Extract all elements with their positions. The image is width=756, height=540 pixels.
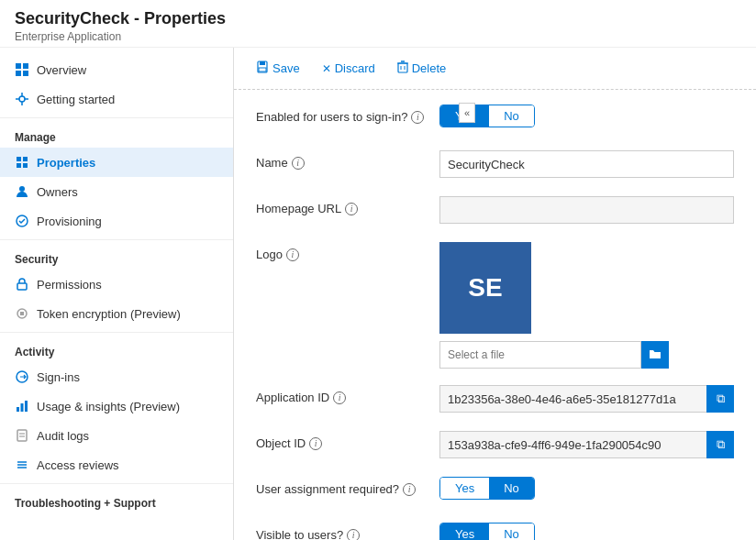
app-id-label: Application ID i [256, 385, 439, 404]
sidebar-collapse-button[interactable]: « [459, 103, 475, 123]
save-button[interactable]: Save [252, 59, 304, 78]
object-id-info-icon[interactable]: i [309, 437, 322, 450]
svg-rect-1 [23, 63, 28, 69]
provisioning-icon [15, 214, 29, 228]
form-area: Enabled for users to sign-in? i Yes No N… [234, 90, 756, 540]
svg-rect-0 [16, 63, 21, 69]
enabled-toggle-group: Yes No [439, 105, 535, 127]
app-id-info-icon[interactable]: i [333, 391, 346, 404]
sidebar-item-overview[interactable]: Overview [0, 55, 233, 84]
sidebar-item-access-label: Access reviews [37, 458, 119, 472]
enabled-no-button[interactable]: No [489, 105, 534, 127]
security-section-label: Security [0, 244, 233, 270]
app-id-copy-button[interactable]: ⧉ [706, 385, 734, 413]
sidebar-item-sign-ins-label: Sign-ins [37, 370, 80, 384]
sidebar-item-permissions[interactable]: Permissions [0, 270, 233, 299]
copy-icon-2: ⧉ [717, 437, 725, 452]
svg-rect-12 [23, 163, 28, 168]
grid-icon [15, 62, 29, 77]
name-control [439, 150, 734, 178]
svg-point-13 [19, 186, 25, 192]
app-id-row: Application ID i ⧉ [256, 385, 734, 414]
svg-rect-31 [398, 63, 407, 72]
discard-button[interactable]: ✕ Discard [318, 60, 379, 77]
sparkle-icon [15, 92, 29, 106]
svg-rect-9 [17, 157, 21, 161]
usage-icon [15, 399, 29, 413]
logo-control: SE [439, 242, 734, 369]
audit-icon [15, 428, 29, 443]
name-row: Name i [256, 150, 734, 180]
app-id-group: ⧉ [439, 385, 734, 413]
visible-row: Visible to users? i Yes No [256, 523, 734, 540]
visible-info-icon[interactable]: i [347, 529, 360, 541]
sidebar-item-owners-label: Owners [37, 185, 78, 199]
sidebar-item-token-encryption[interactable]: Token encryption (Preview) [0, 299, 233, 328]
object-id-row: Object ID i ⧉ [256, 431, 734, 460]
sidebar-item-sign-ins[interactable]: Sign-ins [0, 362, 233, 391]
object-id-label: Object ID i [256, 431, 439, 450]
logo-initials: SE [468, 273, 502, 303]
signins-icon [15, 369, 29, 384]
sidebar-item-usage-insights[interactable]: Usage & insights (Preview) [0, 391, 233, 421]
page-title: SecurityCheck - Properties [15, 9, 741, 28]
svg-rect-2 [16, 71, 21, 76]
sidebar-item-token-label: Token encryption (Preview) [37, 307, 181, 321]
sidebar-item-owners[interactable]: Owners [0, 177, 233, 206]
visible-toggle-group: Yes No [439, 523, 535, 540]
user-assignment-yes-button[interactable]: Yes [440, 478, 489, 499]
logo-label: Logo i [256, 242, 439, 261]
visible-label: Visible to users? i [256, 523, 439, 540]
sidebar-item-getting-started-label: Getting started [37, 93, 115, 106]
svg-rect-17 [20, 312, 24, 315]
logo-preview: SE [439, 242, 531, 334]
homepage-input[interactable] [439, 196, 734, 224]
homepage-control [439, 196, 734, 224]
logo-info-icon[interactable]: i [286, 248, 299, 261]
svg-point-4 [19, 96, 25, 102]
logo-row: Logo i SE [256, 242, 734, 369]
svg-rect-22 [17, 430, 27, 441]
file-select-input[interactable] [439, 341, 641, 369]
content-area: Save ✕ Discard Delete Enabled for users … [234, 48, 756, 540]
object-id-copy-button[interactable]: ⧉ [706, 431, 734, 458]
homepage-row: Homepage URL i [256, 196, 734, 226]
page-subtitle: Enterprise Application [15, 30, 741, 43]
file-select-button[interactable] [641, 341, 669, 369]
sidebar-item-properties-label: Properties [37, 156, 95, 170]
visible-no-button[interactable]: No [489, 523, 534, 540]
user-assignment-label: User assignment required? i [256, 477, 439, 496]
name-label: Name i [256, 150, 439, 170]
app-id-input [439, 385, 706, 413]
folder-icon [649, 347, 662, 362]
toolbar: Save ✕ Discard Delete [234, 48, 756, 90]
sidebar-item-getting-started[interactable]: Getting started [0, 84, 233, 114]
user-assignment-info-icon[interactable]: i [403, 483, 416, 496]
sidebar-item-properties[interactable]: Properties [0, 148, 233, 177]
object-id-group: ⧉ [439, 431, 734, 458]
name-input[interactable] [439, 150, 734, 178]
visible-yes-button[interactable]: Yes [440, 523, 489, 540]
sidebar-item-overview-label: Overview [37, 63, 86, 77]
properties-icon [15, 155, 29, 170]
sidebar-item-audit-label: Audit logs [37, 429, 89, 443]
save-icon [256, 61, 269, 76]
enabled-info-icon[interactable]: i [411, 111, 424, 124]
sidebar-item-provisioning[interactable]: Provisioning [0, 206, 233, 236]
svg-rect-10 [23, 157, 28, 161]
svg-rect-21 [25, 401, 28, 412]
name-info-icon[interactable]: i [292, 157, 305, 170]
top-bar: SecurityCheck - Properties Enterprise Ap… [0, 0, 756, 48]
sidebar-item-audit-logs[interactable]: Audit logs [0, 421, 233, 450]
user-assignment-no-button[interactable]: No [489, 478, 534, 499]
svg-rect-19 [17, 407, 19, 412]
svg-rect-15 [17, 283, 27, 290]
user-assignment-toggle-group: Yes No [439, 477, 535, 500]
token-icon [15, 306, 29, 321]
homepage-label: Homepage URL i [256, 196, 439, 215]
sidebar: Overview Getting started Manage Properti… [0, 48, 234, 540]
delete-button[interactable]: Delete [394, 59, 450, 78]
enabled-label: Enabled for users to sign-in? i [256, 105, 439, 124]
homepage-info-icon[interactable]: i [345, 203, 358, 215]
sidebar-item-access-reviews[interactable]: Access reviews [0, 450, 233, 479]
